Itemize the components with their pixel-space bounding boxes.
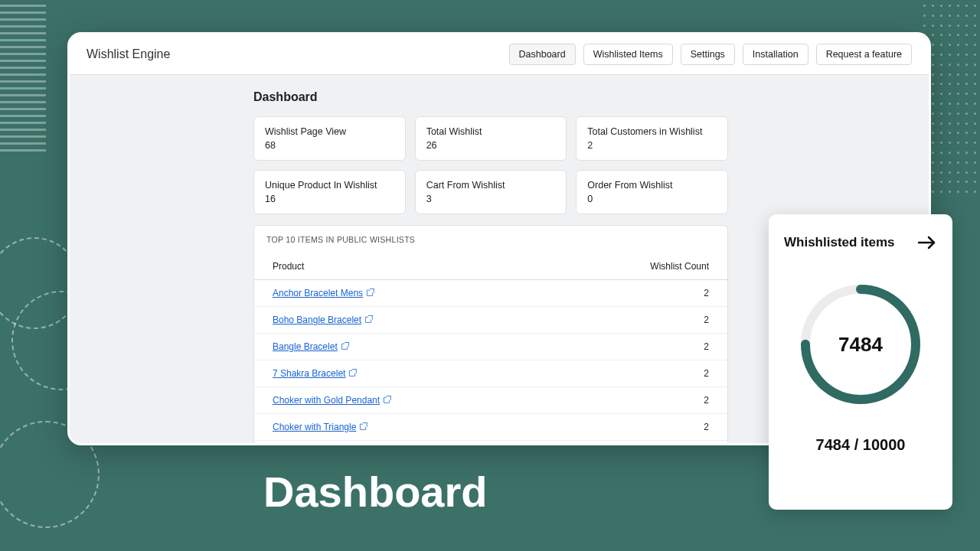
widget-caption: 7484 / 10000	[816, 436, 906, 454]
external-link-icon	[349, 370, 355, 377]
col-wishlist-count: Wishlist Count	[547, 253, 727, 280]
nav-installation[interactable]: Installation	[743, 44, 808, 65]
stat-card: Total Wishlist26	[415, 116, 567, 161]
external-link-icon	[367, 290, 373, 296]
arrow-right-icon[interactable]	[917, 233, 937, 253]
stat-label: Cart From Wishlist	[426, 180, 556, 191]
product-link[interactable]: Choker with Triangle	[273, 422, 356, 432]
widget-value: 7484	[799, 283, 922, 406]
table-row: Choker with Gold Pendant2	[254, 387, 727, 414]
app-nav: Dashboard Wishlisted Items Settings Inst…	[509, 44, 912, 65]
wishlist-count: 2	[547, 307, 727, 334]
table-row: Anchor Bracelet Mens2	[254, 280, 727, 307]
stat-value: 16	[265, 194, 394, 204]
stat-label: Total Customers in Wishlist	[587, 126, 717, 137]
product-link[interactable]: Choker with Gold Pendant	[273, 395, 380, 406]
external-link-icon	[365, 317, 371, 323]
stat-card: Wishlist Page View68	[253, 116, 406, 161]
wishlist-count: 2	[547, 334, 727, 360]
stat-label: Wishlist Page View	[265, 126, 394, 137]
decorative-stripes	[0, 0, 46, 161]
stat-value: 0	[587, 194, 717, 204]
stat-card: Total Customers in Wishlist2	[576, 116, 728, 161]
col-product: Product	[254, 253, 547, 280]
app-header: Wishlist Engine Dashboard Wishlisted Ite…	[70, 34, 929, 75]
wishlist-count: 2	[547, 387, 727, 414]
external-link-icon	[384, 397, 390, 403]
wishlist-count: 2	[547, 360, 727, 387]
stat-value: 68	[265, 140, 394, 151]
top-items-card: TOP 10 ITEMS IN PUBLIC WISHLISTS Product…	[253, 225, 728, 443]
wishlisted-widget-card: Whishlisted items 7484 7484 / 10000	[769, 214, 952, 510]
stat-card: Cart From Wishlist3	[415, 170, 567, 214]
wishlist-count: 2	[547, 414, 727, 441]
external-link-icon	[341, 344, 348, 350]
page-title: Dashboard	[253, 90, 728, 104]
product-link[interactable]: Boho Bangle Bracelet	[273, 315, 361, 325]
nav-settings[interactable]: Settings	[681, 44, 735, 65]
product-link[interactable]: Bangle Bracelet	[273, 341, 338, 352]
wishlist-count: 2	[547, 441, 727, 444]
progress-donut: 7484	[799, 283, 922, 406]
app-title: Wishlist Engine	[87, 47, 170, 61]
table-row: Choker with Bead2	[254, 441, 727, 444]
stat-value: 26	[426, 140, 556, 151]
external-link-icon	[360, 424, 366, 430]
nav-dashboard[interactable]: Dashboard	[509, 44, 576, 65]
table-row: 7 Shakra Bracelet2	[254, 360, 727, 387]
table-title: TOP 10 ITEMS IN PUBLIC WISHLISTS	[254, 226, 727, 253]
table-row: Choker with Triangle2	[254, 414, 727, 441]
nav-request-feature[interactable]: Request a feature	[816, 44, 912, 65]
widget-title: Whishlisted items	[784, 235, 895, 250]
stat-value: 3	[426, 194, 556, 204]
stat-label: Order From Wishlist	[587, 180, 717, 191]
table-row: Boho Bangle Bracelet2	[254, 307, 727, 334]
stats-grid: Wishlist Page View68Total Wishlist26Tota…	[253, 116, 728, 214]
stat-label: Unique Product In Wishlist	[265, 180, 394, 191]
stat-label: Total Wishlist	[426, 126, 556, 137]
table-row: Bangle Bracelet2	[254, 334, 727, 360]
stat-card: Unique Product In Wishlist16	[253, 170, 406, 214]
hero-title: Dashboard	[263, 467, 488, 517]
product-link[interactable]: Anchor Bracelet Mens	[273, 288, 363, 298]
nav-wishlisted-items[interactable]: Wishlisted Items	[583, 44, 673, 65]
product-link[interactable]: 7 Shakra Bracelet	[273, 368, 345, 379]
stat-card: Order From Wishlist0	[576, 170, 728, 214]
wishlist-count: 2	[547, 280, 727, 307]
stat-value: 2	[587, 140, 717, 151]
